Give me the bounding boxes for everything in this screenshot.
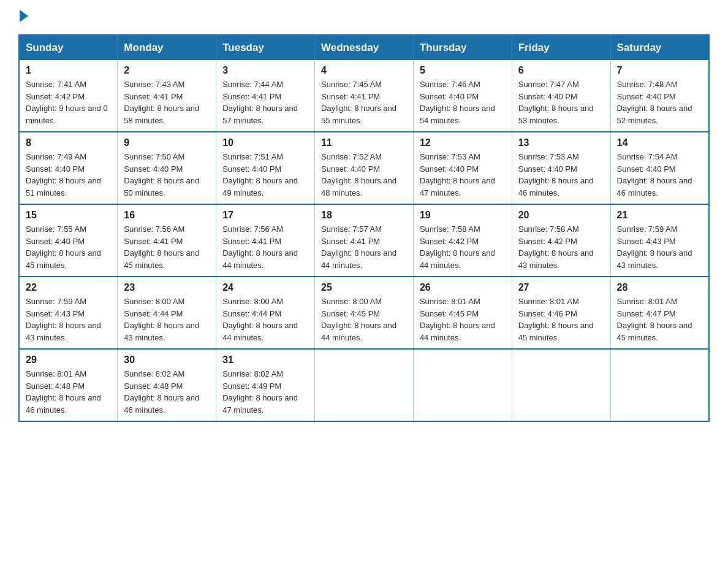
day-number: 30: [124, 354, 210, 366]
day-number: 9: [124, 137, 210, 148]
calendar-cell: 15Sunrise: 7:55 AMSunset: 4:40 PMDayligh…: [19, 204, 118, 277]
day-number: 5: [420, 65, 506, 76]
calendar-cell: 4Sunrise: 7:45 AMSunset: 4:41 PMDaylight…: [315, 60, 414, 132]
day-info: Sunrise: 7:46 AMSunset: 4:40 PMDaylight:…: [420, 79, 506, 126]
calendar-cell: 30Sunrise: 8:02 AMSunset: 4:48 PMDayligh…: [118, 349, 216, 421]
day-number: 22: [26, 282, 111, 293]
day-number: 4: [321, 65, 407, 76]
day-number: 31: [222, 354, 308, 366]
calendar-cell: 21Sunrise: 7:59 AMSunset: 4:43 PMDayligh…: [610, 204, 709, 277]
day-info: Sunrise: 7:59 AMSunset: 4:43 PMDaylight:…: [26, 296, 111, 343]
day-info: Sunrise: 8:00 AMSunset: 4:45 PMDaylight:…: [321, 296, 407, 343]
day-info: Sunrise: 8:02 AMSunset: 4:49 PMDaylight:…: [222, 368, 308, 416]
day-info: Sunrise: 7:44 AMSunset: 4:41 PMDaylight:…: [222, 79, 308, 126]
day-number: 25: [321, 282, 407, 293]
day-number: 16: [124, 210, 210, 221]
day-number: 8: [26, 137, 111, 148]
calendar-cell: 10Sunrise: 7:51 AMSunset: 4:40 PMDayligh…: [216, 132, 315, 204]
calendar-cell: 25Sunrise: 8:00 AMSunset: 4:45 PMDayligh…: [315, 277, 414, 349]
calendar-cell: 2Sunrise: 7:43 AMSunset: 4:41 PMDaylight…: [118, 60, 216, 132]
calendar-cell: 31Sunrise: 8:02 AMSunset: 4:49 PMDayligh…: [216, 349, 315, 421]
day-number: 24: [222, 282, 308, 293]
calendar-cell: 11Sunrise: 7:52 AMSunset: 4:40 PMDayligh…: [315, 132, 414, 204]
calendar-cell: 23Sunrise: 8:00 AMSunset: 4:44 PMDayligh…: [118, 277, 216, 349]
day-info: Sunrise: 7:45 AMSunset: 4:41 PMDaylight:…: [321, 79, 407, 126]
day-info: Sunrise: 7:54 AMSunset: 4:40 PMDaylight:…: [617, 151, 702, 199]
calendar-cell: 26Sunrise: 8:01 AMSunset: 4:45 PMDayligh…: [413, 277, 512, 349]
day-info: Sunrise: 8:00 AMSunset: 4:44 PMDaylight:…: [222, 296, 308, 343]
day-info: Sunrise: 7:53 AMSunset: 4:40 PMDaylight:…: [420, 151, 506, 199]
day-info: Sunrise: 7:50 AMSunset: 4:40 PMDaylight:…: [124, 151, 210, 199]
day-info: Sunrise: 7:56 AMSunset: 4:41 PMDaylight:…: [124, 223, 210, 271]
calendar-cell: 6Sunrise: 7:47 AMSunset: 4:40 PMDaylight…: [512, 60, 610, 132]
calendar-cell: 29Sunrise: 8:01 AMSunset: 4:48 PMDayligh…: [19, 349, 118, 421]
calendar-cell: 27Sunrise: 8:01 AMSunset: 4:46 PMDayligh…: [512, 277, 610, 349]
day-info: Sunrise: 7:43 AMSunset: 4:41 PMDaylight:…: [124, 79, 210, 126]
day-header-friday: Friday: [512, 35, 610, 60]
day-info: Sunrise: 8:01 AMSunset: 4:47 PMDaylight:…: [617, 296, 702, 343]
day-number: 21: [617, 210, 702, 221]
day-number: 26: [420, 282, 506, 293]
day-number: 14: [617, 137, 702, 148]
day-number: 19: [420, 210, 506, 221]
calendar-cell: 8Sunrise: 7:49 AMSunset: 4:40 PMDaylight…: [19, 132, 118, 204]
day-number: 3: [222, 65, 308, 76]
calendar-cell: [512, 349, 610, 421]
day-header-monday: Monday: [118, 35, 216, 60]
day-info: Sunrise: 7:48 AMSunset: 4:40 PMDaylight:…: [617, 79, 702, 126]
calendar-week-row: 15Sunrise: 7:55 AMSunset: 4:40 PMDayligh…: [19, 204, 709, 277]
day-number: 20: [518, 210, 604, 221]
day-info: Sunrise: 7:49 AMSunset: 4:40 PMDaylight:…: [26, 151, 111, 199]
calendar-cell: 13Sunrise: 7:53 AMSunset: 4:40 PMDayligh…: [512, 132, 610, 204]
day-header-wednesday: Wednesday: [315, 35, 414, 60]
day-info: Sunrise: 7:51 AMSunset: 4:40 PMDaylight:…: [222, 151, 308, 199]
calendar-header: SundayMondayTuesdayWednesdayThursdayFrid…: [19, 35, 709, 60]
day-info: Sunrise: 7:52 AMSunset: 4:40 PMDaylight:…: [321, 151, 407, 199]
day-header-tuesday: Tuesday: [216, 35, 315, 60]
day-number: 27: [518, 282, 604, 293]
calendar-cell: 9Sunrise: 7:50 AMSunset: 4:40 PMDaylight…: [118, 132, 216, 204]
calendar-cell: 24Sunrise: 8:00 AMSunset: 4:44 PMDayligh…: [216, 277, 315, 349]
day-info: Sunrise: 7:58 AMSunset: 4:42 PMDaylight:…: [518, 223, 604, 271]
calendar-cell: [413, 349, 512, 421]
calendar-week-row: 29Sunrise: 8:01 AMSunset: 4:48 PMDayligh…: [19, 349, 709, 421]
day-number: 10: [222, 137, 308, 148]
days-of-week-row: SundayMondayTuesdayWednesdayThursdayFrid…: [19, 35, 709, 60]
day-number: 13: [518, 137, 604, 148]
calendar-cell: 1Sunrise: 7:41 AMSunset: 4:42 PMDaylight…: [19, 60, 118, 132]
calendar-cell: 5Sunrise: 7:46 AMSunset: 4:40 PMDaylight…: [413, 60, 512, 132]
calendar-cell: 28Sunrise: 8:01 AMSunset: 4:47 PMDayligh…: [610, 277, 709, 349]
calendar-cell: 17Sunrise: 7:56 AMSunset: 4:41 PMDayligh…: [216, 204, 315, 277]
day-info: Sunrise: 7:41 AMSunset: 4:42 PMDaylight:…: [26, 79, 111, 126]
calendar-week-row: 1Sunrise: 7:41 AMSunset: 4:42 PMDaylight…: [19, 60, 709, 132]
calendar-cell: 14Sunrise: 7:54 AMSunset: 4:40 PMDayligh…: [610, 132, 709, 204]
day-number: 2: [124, 65, 210, 76]
calendar-cell: 22Sunrise: 7:59 AMSunset: 4:43 PMDayligh…: [19, 277, 118, 349]
calendar-cell: 20Sunrise: 7:58 AMSunset: 4:42 PMDayligh…: [512, 204, 610, 277]
day-info: Sunrise: 7:59 AMSunset: 4:43 PMDaylight:…: [617, 223, 702, 271]
day-number: 1: [26, 65, 111, 76]
day-info: Sunrise: 7:56 AMSunset: 4:41 PMDaylight:…: [222, 223, 308, 271]
day-header-thursday: Thursday: [413, 35, 512, 60]
day-header-sunday: Sunday: [19, 35, 118, 60]
calendar-body: 1Sunrise: 7:41 AMSunset: 4:42 PMDaylight…: [19, 60, 709, 421]
day-info: Sunrise: 8:00 AMSunset: 4:44 PMDaylight:…: [124, 296, 210, 343]
calendar-cell: 7Sunrise: 7:48 AMSunset: 4:40 PMDaylight…: [610, 60, 709, 132]
day-number: 28: [617, 282, 702, 293]
day-number: 29: [26, 354, 111, 366]
day-number: 7: [617, 65, 702, 76]
day-info: Sunrise: 8:01 AMSunset: 4:48 PMDaylight:…: [26, 368, 111, 416]
page-header: [18, 12, 710, 22]
day-number: 23: [124, 282, 210, 293]
day-info: Sunrise: 8:01 AMSunset: 4:45 PMDaylight:…: [420, 296, 506, 343]
day-info: Sunrise: 8:02 AMSunset: 4:48 PMDaylight:…: [124, 368, 210, 416]
day-info: Sunrise: 7:58 AMSunset: 4:42 PMDaylight:…: [420, 223, 506, 271]
day-number: 6: [518, 65, 604, 76]
day-info: Sunrise: 7:57 AMSunset: 4:41 PMDaylight:…: [321, 223, 407, 271]
calendar-table: SundayMondayTuesdayWednesdayThursdayFrid…: [18, 34, 710, 422]
calendar-week-row: 22Sunrise: 7:59 AMSunset: 4:43 PMDayligh…: [19, 277, 709, 349]
calendar-week-row: 8Sunrise: 7:49 AMSunset: 4:40 PMDaylight…: [19, 132, 709, 204]
logo: [18, 12, 28, 22]
calendar-cell: [610, 349, 709, 421]
day-info: Sunrise: 7:53 AMSunset: 4:40 PMDaylight:…: [518, 151, 604, 199]
